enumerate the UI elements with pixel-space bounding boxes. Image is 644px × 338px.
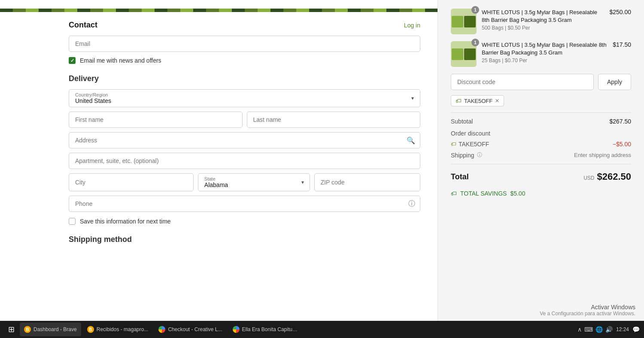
help-icon[interactable]: ⓘ: [408, 199, 415, 208]
shipping-value: Enter shipping address: [574, 152, 631, 158]
order-item: 1 WHITE LOTUS | 3.5g Mylar Bags | Reseal…: [451, 9, 631, 34]
item-sub: 25 Bags | $0.70 Per: [482, 57, 608, 63]
first-name-field[interactable]: [69, 112, 243, 128]
contact-header: Contact Log in: [69, 21, 420, 30]
savings-value: $5.00: [510, 190, 525, 197]
order-discount-header-row: Order discount: [451, 127, 631, 139]
total-label: Total: [451, 172, 469, 181]
state-value: Alabama: [204, 181, 304, 188]
taskbar-item-label: Dashboard - Brave: [33, 326, 77, 332]
newsletter-label: Email me with news and offers: [80, 57, 161, 64]
taskbar-item-checkout[interactable]: Checkout - Creative L...: [154, 323, 226, 336]
shipping-row: Shipping ⓘ Enter shipping address: [451, 149, 631, 161]
order-summary-panel: 1 WHITE LOTUS | 3.5g Mylar Bags | Reseal…: [438, 0, 644, 338]
discount-code-input[interactable]: [451, 74, 594, 90]
apply-button[interactable]: Apply: [598, 74, 631, 90]
contact-title: Contact: [69, 21, 97, 30]
savings-label: TOTAL SAVINGS: [460, 190, 507, 197]
coupon-tag-row: 🏷 TAKE5OFF ✕: [451, 95, 631, 106]
subtotal-label: Subtotal: [451, 118, 473, 125]
subtotal-value: $267.50: [609, 118, 631, 125]
log-in-link[interactable]: Log in: [404, 22, 420, 29]
img-tile: [452, 48, 463, 60]
taskbar-item-label: Recibidos - magapro...: [97, 326, 149, 332]
discount-row: Apply: [451, 74, 631, 90]
order-discount-label: Order discount: [451, 130, 490, 137]
chrome-icon: [158, 326, 165, 333]
city-field[interactable]: [69, 173, 194, 191]
item-quantity-badge: 1: [471, 6, 479, 14]
discount-detail-row: 🏷 TAKE5OFF −$5.00: [451, 139, 631, 149]
network-icon[interactable]: 🌐: [595, 326, 603, 333]
item-sub: 500 Bags | $0.50 Per: [482, 25, 604, 31]
img-tile-dark: [464, 48, 476, 60]
phone-wrapper: ⓘ: [69, 196, 420, 212]
taskbar-time: 12:24: [616, 326, 629, 332]
remove-coupon-button[interactable]: ✕: [495, 98, 499, 104]
last-name-field[interactable]: [247, 112, 421, 128]
name-row: [69, 112, 420, 128]
volume-icon[interactable]: 🔊: [605, 326, 613, 333]
img-tile: [452, 16, 463, 27]
divider: [451, 164, 631, 164]
savings-icon: 🏷: [451, 190, 457, 197]
address-field[interactable]: [69, 132, 420, 148]
item-quantity-badge: 1: [471, 39, 479, 46]
keyboard-icon: ⌨: [584, 326, 593, 333]
system-tray: ∧ ⌨ 🌐 🔊: [577, 326, 613, 333]
item-image-wrapper: 1: [451, 41, 477, 67]
img-tile-dark: [464, 16, 476, 27]
coupon-tag: 🏷 TAKE5OFF ✕: [451, 95, 504, 106]
newsletter-row: Email me with news and offers: [69, 57, 420, 64]
item-image-wrapper: 1: [451, 9, 477, 34]
country-select[interactable]: Country/Region United States ▾: [69, 89, 420, 107]
item-details: WHITE LOTUS | 3.5g Mylar Bags | Resealab…: [482, 41, 608, 63]
save-info-row: Save this information for next time: [69, 218, 420, 225]
apartment-field[interactable]: [69, 153, 420, 169]
country-value: United States: [75, 97, 414, 104]
taskbar-item-dashboard[interactable]: B Dashboard - Brave: [20, 323, 81, 336]
state-select[interactable]: State Alabama ▾: [198, 173, 310, 191]
taskbar-item-recibidos[interactable]: B Recibidos - magapro...: [83, 323, 153, 336]
savings-row: 🏷 TOTAL SAVINGS $5.00: [451, 187, 631, 200]
chrome-icon-2: [233, 326, 240, 333]
address-wrapper: 🔍: [69, 132, 420, 148]
total-amount: $262.50: [597, 171, 631, 182]
taskbar-item-label: Checkout - Creative L...: [168, 326, 222, 332]
order-item: 1 WHITE LOTUS | 3.5g Mylar Bags | Reseal…: [451, 41, 631, 67]
activate-title: Activar Windows: [540, 304, 635, 311]
item-name: WHITE LOTUS | 3.5g Mylar Bags | Resealab…: [482, 41, 608, 57]
state-label: State: [204, 176, 304, 181]
coupon-code-label: TAKE5OFF: [464, 98, 492, 104]
notification-icon[interactable]: 💬: [632, 326, 640, 333]
shipping-method-title: Shipping method: [69, 235, 420, 244]
newsletter-checkbox[interactable]: [69, 57, 76, 64]
zip-field[interactable]: [314, 173, 420, 191]
delivery-title: Delivery: [69, 74, 420, 83]
activate-windows-watermark: Activar Windows Ve a Configuración para …: [540, 304, 635, 317]
email-field[interactable]: [69, 36, 420, 52]
phone-field[interactable]: [69, 196, 420, 212]
shipping-info-icon[interactable]: ⓘ: [477, 151, 482, 159]
start-button[interactable]: ⊞: [4, 323, 18, 336]
taskbar: ⊞ B Dashboard - Brave B Recibidos - maga…: [0, 321, 644, 338]
brave-icon: B: [24, 326, 31, 333]
taskbar-right: ∧ ⌨ 🌐 🔊 12:24 💬: [577, 326, 640, 333]
shipping-label: Shipping ⓘ: [451, 151, 482, 159]
country-label: Country/Region: [75, 92, 414, 97]
item-price: $17.50: [613, 41, 631, 48]
item-price: $250.00: [609, 9, 631, 15]
discount-detail-label: 🏷 TAKE5OFF: [451, 141, 489, 148]
item-details: WHITE LOTUS | 3.5g Mylar Bags | Resealab…: [482, 9, 604, 31]
tag-icon-sm: 🏷: [451, 141, 456, 147]
total-currency: USD: [583, 175, 594, 181]
taskbar-item-ella[interactable]: Ella Era Bonita Capitul...: [228, 323, 302, 336]
divider: [451, 112, 631, 113]
discount-code-detail: TAKE5OFF: [459, 141, 489, 148]
save-info-label: Save this information for next time: [80, 218, 171, 225]
subtotal-row: Subtotal $267.50: [451, 115, 631, 127]
chevron-up-icon[interactable]: ∧: [577, 326, 582, 333]
total-value-wrapper: USD $262.50: [583, 171, 631, 182]
save-info-checkbox[interactable]: [69, 218, 76, 225]
discount-amount: −$5.00: [613, 141, 631, 148]
